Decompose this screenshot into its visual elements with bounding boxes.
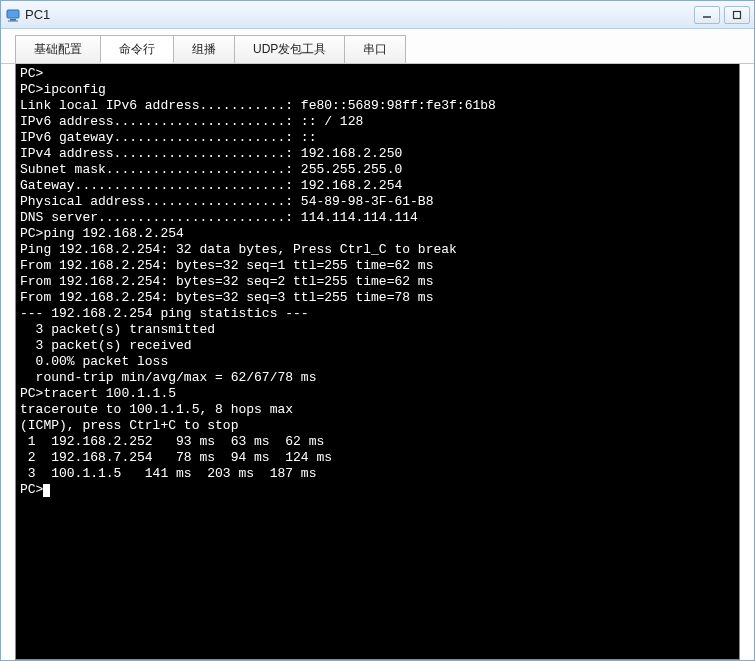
svg-rect-0 xyxy=(7,10,19,18)
tab-4[interactable]: 串口 xyxy=(344,35,406,63)
terminal-line: From 192.168.2.254: bytes=32 seq=1 ttl=2… xyxy=(20,258,735,274)
terminal-line: IPv6 address......................: :: /… xyxy=(20,114,735,130)
app-window: PC1 基础配置命令行组播UDP发包工具串口 PC>PC>ipconfigLin… xyxy=(0,0,755,661)
terminal-line: IPv4 address......................: 192.… xyxy=(20,146,735,162)
tab-3[interactable]: UDP发包工具 xyxy=(234,35,345,63)
terminal-line: PC>ipconfig xyxy=(20,82,735,98)
terminal-line: 3 packet(s) transmitted xyxy=(20,322,735,338)
terminal-line: Link local IPv6 address...........: fe80… xyxy=(20,98,735,114)
maximize-button[interactable] xyxy=(724,6,750,24)
window-title: PC1 xyxy=(25,7,694,22)
terminal-line: PC> xyxy=(20,66,735,82)
terminal-line: 2 192.168.7.254 78 ms 94 ms 124 ms xyxy=(20,450,735,466)
terminal-line: IPv6 gateway......................: :: xyxy=(20,130,735,146)
window-buttons xyxy=(694,6,750,24)
terminal-line: (ICMP), press Ctrl+C to stop xyxy=(20,418,735,434)
terminal-line: PC> xyxy=(20,482,735,498)
terminal-line: From 192.168.2.254: bytes=32 seq=3 ttl=2… xyxy=(20,290,735,306)
terminal-line: Subnet mask.......................: 255.… xyxy=(20,162,735,178)
terminal-line: Gateway...........................: 192.… xyxy=(20,178,735,194)
terminal-line: --- 192.168.2.254 ping statistics --- xyxy=(20,306,735,322)
terminal-line: 0.00% packet loss xyxy=(20,354,735,370)
svg-rect-2 xyxy=(8,20,18,21)
terminal-line: PC>ping 192.168.2.254 xyxy=(20,226,735,242)
minimize-button[interactable] xyxy=(694,6,720,24)
svg-rect-1 xyxy=(10,19,16,21)
terminal-line: traceroute to 100.1.1.5, 8 hops max xyxy=(20,402,735,418)
terminal-line: 1 192.168.2.252 93 ms 63 ms 62 ms xyxy=(20,434,735,450)
tab-0[interactable]: 基础配置 xyxy=(15,35,101,63)
svg-rect-4 xyxy=(734,11,741,18)
terminal-line: round-trip min/avg/max = 62/67/78 ms xyxy=(20,370,735,386)
terminal-output[interactable]: PC>PC>ipconfigLink local IPv6 address...… xyxy=(15,64,740,660)
tab-bar: 基础配置命令行组播UDP发包工具串口 xyxy=(1,29,754,64)
terminal-line: From 192.168.2.254: bytes=32 seq=2 ttl=2… xyxy=(20,274,735,290)
terminal-line: 3 100.1.1.5 141 ms 203 ms 187 ms xyxy=(20,466,735,482)
tab-2[interactable]: 组播 xyxy=(173,35,235,63)
terminal-line: Ping 192.168.2.254: 32 data bytes, Press… xyxy=(20,242,735,258)
app-icon xyxy=(5,7,21,23)
terminal-line: Physical address..................: 54-8… xyxy=(20,194,735,210)
terminal-line: DNS server........................: 114.… xyxy=(20,210,735,226)
terminal-line: 3 packet(s) received xyxy=(20,338,735,354)
terminal-cursor xyxy=(43,484,50,497)
tab-1[interactable]: 命令行 xyxy=(100,35,174,63)
terminal-line: PC>tracert 100.1.1.5 xyxy=(20,386,735,402)
titlebar[interactable]: PC1 xyxy=(1,1,754,29)
